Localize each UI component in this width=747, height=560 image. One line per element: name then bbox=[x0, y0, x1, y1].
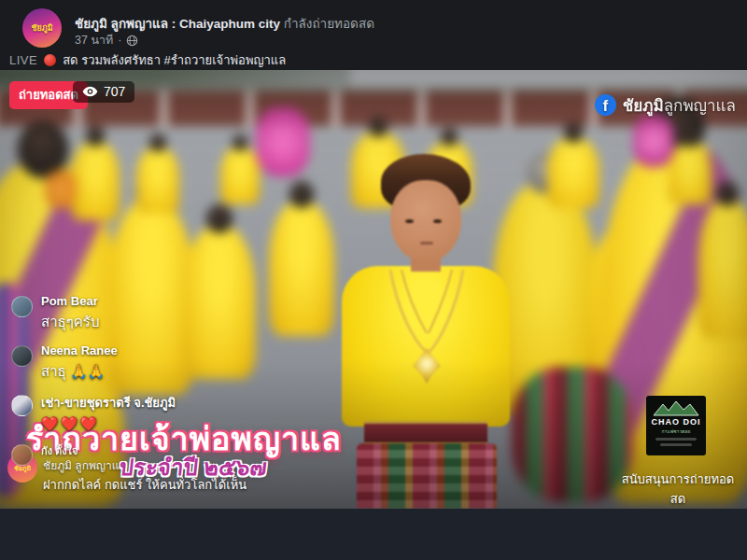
facebook-logo-icon: f bbox=[595, 94, 616, 116]
post-timestamp[interactable]: 37 นาที bbox=[75, 31, 113, 49]
live-status-text: กำลังถ่ายทอดสด bbox=[284, 17, 374, 31]
watermark-brand-bold: ชัยภูมิ bbox=[623, 97, 664, 115]
central-dancer-boy bbox=[316, 152, 530, 509]
comment-item[interactable]: กัง ตั้งใจ bbox=[11, 442, 291, 470]
commenter-avatar[interactable] bbox=[11, 444, 33, 466]
commenter-avatar[interactable] bbox=[11, 345, 33, 367]
comment-item[interactable]: Neena Ranee สาธุ 🙏🙏 bbox=[11, 343, 291, 383]
live-label: LIVE bbox=[9, 53, 37, 67]
page-avatar-label: ชัยภูมิ bbox=[31, 21, 52, 35]
comment-message: ❤️❤️❤️ bbox=[41, 415, 291, 432]
meta-separator: · bbox=[118, 34, 121, 47]
commenter-name[interactable]: เช่า-ขายชุดราตรี จ.ชัยภูมิ bbox=[41, 393, 291, 413]
sponsor-caption: สนับสนุนการถ่ายทอดสด bbox=[616, 469, 740, 509]
commenter-avatar[interactable] bbox=[11, 296, 33, 317]
live-comments-overlay: Pom Bear สาธุๆครับ Neena Ranee สาธุ 🙏🙏 เ… bbox=[11, 294, 291, 481]
sponsor-brand-name: CHAO DOI bbox=[652, 417, 701, 427]
viewer-count: 707 bbox=[104, 84, 125, 99]
watermark-brand-regular: ลูกพญาแล bbox=[664, 97, 736, 115]
eye-icon bbox=[82, 86, 98, 97]
globe-icon bbox=[126, 35, 138, 47]
post-header: ชัยภูมิ ชัยภูมิ ลูกพญาแล : Chaiyaphum ci… bbox=[0, 0, 747, 70]
page-avatar[interactable]: ชัยภูมิ bbox=[22, 8, 62, 48]
facebook-live-page: ชัยภูมิ ชัยภูมิ ลูกพญาแล : Chaiyaphum ci… bbox=[0, 0, 747, 560]
post-meta: 37 นาที · bbox=[75, 31, 138, 49]
comment-message: สาธุๆครับ bbox=[41, 311, 291, 333]
comment-item[interactable]: Pom Bear สาธุๆครับ bbox=[11, 294, 291, 333]
plaid-skirt bbox=[357, 443, 497, 509]
sponsor-logo: CHAO DOI กาแฟชาวดอย bbox=[646, 396, 706, 455]
commenter-name[interactable]: Neena Ranee bbox=[41, 343, 291, 357]
live-caption-text: สด รวมพลังศรัทธา #รำถวายเจ้าพ่อพญาแล bbox=[63, 50, 286, 70]
live-caption-row: LIVE สด รวมพลังศรัทธา #รำถวายเจ้าพ่อพญาแ… bbox=[9, 50, 286, 70]
live-video-player[interactable]: ถ่ายทอดสด 707 f ชัยภูมิลูกพญาแล Pom Bear… bbox=[0, 70, 747, 509]
sponsor-brand-subtitle: กาแฟชาวดอย bbox=[662, 427, 691, 435]
channel-watermark: f ชัยภูมิลูกพญาแล bbox=[595, 92, 736, 118]
mountain-logo-icon bbox=[652, 399, 700, 416]
page-name-link[interactable]: ชัยภูมิ ลูกพญาแล : Chaiyaphum city bbox=[75, 17, 280, 31]
viewer-count-badge: 707 bbox=[73, 81, 134, 103]
commenter-avatar[interactable] bbox=[11, 395, 33, 416]
commenter-name[interactable]: กัง ตั้งใจ bbox=[41, 442, 291, 459]
red-dot-icon bbox=[44, 54, 56, 66]
comment-bar: ♥ ♥ bbox=[0, 509, 747, 560]
commenter-name[interactable]: Pom Bear bbox=[41, 294, 291, 308]
comment-message: สาธุ 🙏🙏 bbox=[41, 360, 291, 383]
comment-item[interactable]: เช่า-ขายชุดราตรี จ.ชัยภูมิ ❤️❤️❤️ bbox=[11, 393, 291, 432]
